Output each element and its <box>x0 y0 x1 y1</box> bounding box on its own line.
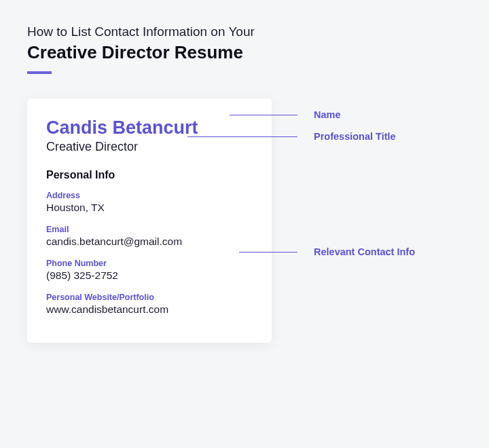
address-value: Houston, TX <box>46 202 253 214</box>
annotation-title: Professional Title <box>272 131 396 142</box>
annotation-contact-label: Relevant Contact Info <box>314 246 415 257</box>
annotation-name-label: Name <box>314 109 341 120</box>
annotation-contact: Relevant Contact Info <box>272 246 415 257</box>
resume-name: Candis Betancurt <box>46 117 253 138</box>
header-title: Creative Director Resume <box>27 42 462 63</box>
content-wrapper: Candis Betancurt Creative Director Perso… <box>27 98 462 343</box>
email-label: Email <box>46 225 253 234</box>
annotation-title-label: Professional Title <box>314 131 396 142</box>
annotation-line-icon <box>230 115 297 115</box>
email-value: candis.betancurt@gmail.com <box>46 236 253 248</box>
header-kicker: How to List Contact Information on Your <box>27 24 462 39</box>
accent-underline <box>27 71 52 74</box>
website-label: Personal Website/Portfolio <box>46 293 253 302</box>
annotation-line-icon <box>239 252 297 253</box>
resume-card: Candis Betancurt Creative Director Perso… <box>27 98 272 343</box>
resume-title: Creative Director <box>46 140 253 154</box>
section-heading: Personal Info <box>46 169 253 181</box>
address-label: Address <box>46 191 253 200</box>
phone-value: (985) 325-2752 <box>46 269 253 282</box>
annotation-line-icon <box>187 136 297 137</box>
phone-label: Phone Number <box>46 259 253 268</box>
website-value: www.candisbetancurt.com <box>46 303 253 316</box>
annotations: Name Professional Title Relevant Contact… <box>272 98 462 109</box>
annotation-name: Name <box>272 109 341 120</box>
